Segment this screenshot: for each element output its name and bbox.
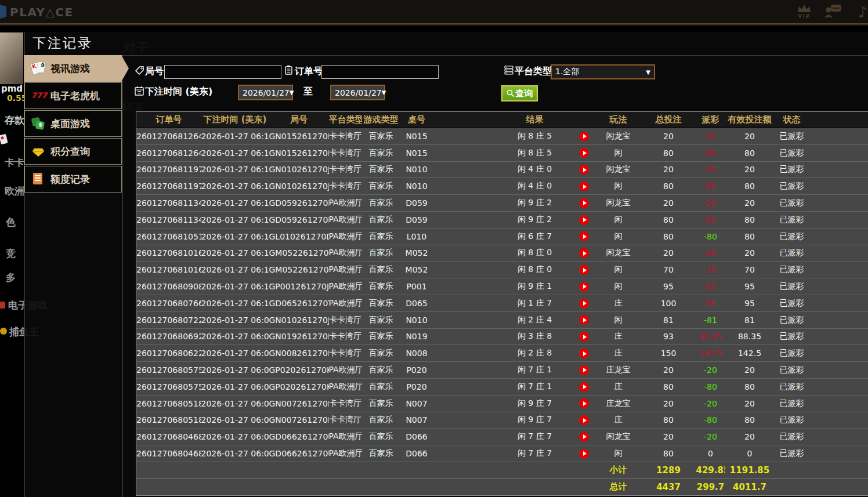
cell-order-no: 260127068062259 — [136, 345, 201, 362]
cell-table-no: P001 — [400, 278, 433, 295]
cell-bet-time: 2026-01-27 06:08:17 — [201, 378, 269, 395]
cell-order-no: 260127068090841 — [136, 278, 201, 295]
cell-payout: 95 — [696, 278, 725, 295]
chevron-down-icon: ▼ — [290, 89, 294, 96]
cell-valid-bet: 80 — [725, 178, 775, 195]
cell-replay — [573, 429, 596, 445]
cell-filler — [809, 128, 868, 145]
date-to-select[interactable]: 2026/01/27 ▼ — [330, 85, 385, 100]
cell-total-bet: 70 — [641, 262, 696, 278]
cell-bet-time: 2026-01-27 06:10:13 — [201, 295, 269, 311]
cell-table-no: D066 — [400, 445, 433, 462]
cell-round-no: GP001261270JR — [269, 278, 329, 295]
round-no-input[interactable] — [164, 65, 281, 79]
cell-replay — [573, 395, 596, 412]
sidebar-item-live-games[interactable]: K9 视讯游戏 — [24, 55, 122, 82]
cell-platform: 卡卡湾厅 — [329, 161, 362, 178]
cell-filler — [809, 178, 868, 195]
music-button[interactable]: ♪ — [854, 3, 868, 21]
cell-total-bet: 20 — [641, 128, 696, 145]
chat-button[interactable] — [823, 3, 844, 21]
cell-order-no: 260127068069264 — [136, 328, 201, 345]
cell-result: 闲 6 庄 7 — [497, 228, 573, 245]
cell-game-type: 百家乐 — [362, 311, 400, 328]
play-button[interactable] — [579, 248, 589, 258]
cell-order-no: 260127068101651 — [136, 262, 201, 278]
play-icon — [583, 351, 587, 356]
play-button[interactable] — [579, 132, 589, 142]
play-icon — [583, 301, 587, 306]
cell-status: 已派彩 — [775, 345, 809, 362]
play-button[interactable] — [579, 382, 589, 392]
sidebar-item-table-games[interactable]: 桌面游戏 — [24, 110, 122, 137]
play-button[interactable] — [579, 165, 589, 175]
play-icon — [583, 268, 587, 273]
sidebar-item-points[interactable]: 积分查询 — [24, 138, 122, 165]
cell-platform: 卡卡湾厅 — [329, 412, 362, 429]
cell-game-type: 百家乐 — [362, 445, 400, 462]
cell-replay — [573, 161, 596, 178]
search-button[interactable]: 查询 — [501, 85, 538, 101]
cell-spacer — [433, 278, 497, 295]
cell-valid-bet: 20 — [725, 395, 775, 412]
vip-button[interactable]: VIP — [794, 3, 815, 19]
date-from-select[interactable]: 2026/01/27 ▼ — [238, 85, 293, 100]
cell-result: 闲 8 庄 5 — [497, 128, 573, 145]
cell-valid-bet: 80 — [725, 378, 775, 395]
col-result: 结果 — [497, 112, 573, 128]
order-no-input[interactable] — [321, 65, 439, 79]
cell-spacer — [433, 378, 497, 395]
play-button[interactable] — [579, 282, 589, 292]
cell-total-bet: 93 — [641, 328, 696, 345]
cell-order-no: 260127068072246 — [136, 311, 201, 328]
play-button[interactable] — [579, 365, 589, 375]
cell-game-type: 百家乐 — [362, 195, 400, 212]
cell-bet-time: 2026-01-27 06:07:15 — [201, 429, 269, 445]
cell-filler — [809, 211, 868, 228]
play-button[interactable] — [579, 148, 589, 158]
cell-bet-time: 2026-01-27 06:09:27 — [201, 328, 269, 345]
cell-result: 闲 8 庄 5 — [497, 144, 573, 161]
cell-bet-time: 2026-01-27 06:14:37 — [201, 161, 269, 178]
platform-type-value: 1.全部 — [555, 67, 579, 77]
play-button[interactable] — [579, 349, 589, 358]
sidebar-item-slots[interactable]: 777 电子老虎机 — [24, 82, 122, 109]
play-button[interactable] — [579, 332, 589, 342]
play-button[interactable] — [579, 231, 589, 241]
play-button[interactable] — [579, 182, 589, 191]
cell-total-bet: 100 — [641, 295, 696, 311]
cell-valid-bet: 20 — [725, 362, 775, 379]
play-button[interactable] — [579, 415, 589, 425]
sidebar-item-quota-records[interactable]: 额度记录 — [24, 166, 122, 193]
table-row: 260127068090841 2026-01-27 06:11:40 GP00… — [136, 278, 868, 295]
cell-valid-bet: 95 — [725, 295, 775, 311]
cell-total-bet: 20 — [641, 161, 696, 178]
cell-table-no: D065 — [400, 295, 433, 311]
play-icon — [583, 284, 587, 289]
cell-game-type: 百家乐 — [362, 178, 400, 195]
table-row: 260127068057581 2026-01-27 06:08:17 GP02… — [136, 362, 868, 379]
cell-table-no: N008 — [400, 345, 433, 362]
sidebar-item-label: 积分查询 — [50, 145, 90, 158]
cell-total-bet: 20 — [641, 429, 696, 445]
cell-payout: 80 — [696, 211, 725, 228]
cell-result: 闲 1 庄 7 — [497, 295, 573, 311]
cell-status: 已派彩 — [775, 429, 809, 445]
sidebar-item-label: 额度记录 — [50, 173, 90, 186]
play-button[interactable] — [579, 265, 589, 275]
cell-platform: 卡卡湾厅 — [329, 128, 362, 145]
play-button[interactable] — [579, 398, 589, 408]
cell-result: 闲 7 庄 1 — [497, 362, 573, 379]
total-payout: 299.7 — [696, 478, 725, 495]
play-button[interactable] — [579, 198, 589, 208]
play-button[interactable] — [579, 432, 589, 442]
play-button[interactable] — [579, 449, 589, 459]
platform-type-select[interactable]: 1.全部 ▼ — [551, 64, 655, 79]
cell-order-no: 260127068046819 — [136, 445, 201, 462]
cell-spacer — [433, 395, 497, 412]
cell-play-type: 闲龙宝 — [596, 128, 641, 145]
play-button[interactable] — [579, 299, 589, 309]
cell-bet-time: 2026-01-27 06:07:45 — [201, 412, 269, 429]
play-button[interactable] — [579, 215, 589, 225]
play-button[interactable] — [579, 315, 589, 325]
